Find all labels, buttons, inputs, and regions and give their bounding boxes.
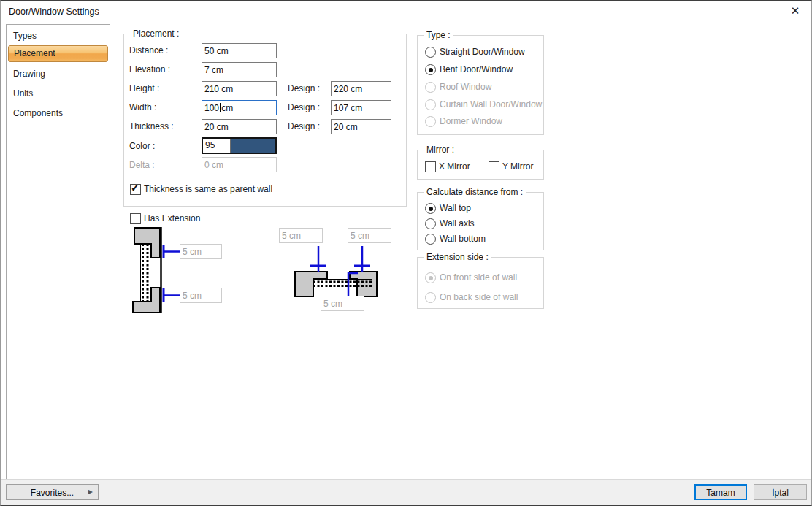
radio-straight-door-window[interactable] [425, 47, 436, 58]
radio-wall-bottom-label: Wall bottom [440, 231, 486, 246]
width-design-input[interactable] [331, 100, 391, 115]
calc-distance-group-label: Calculate distance from : [424, 187, 526, 197]
height-design-input[interactable] [331, 81, 391, 96]
thickness-design-input[interactable] [331, 119, 391, 134]
height-label: Height : [129, 81, 159, 96]
radio-straight-door-window-label: Straight Door/Window [440, 45, 525, 59]
radio-dormer-window-label: Dormer Window [440, 114, 502, 129]
radio-front-side-of-wall-label: On front side of wall [440, 270, 517, 285]
same-thickness-checkbox[interactable]: ✓ [130, 184, 141, 195]
distance-label: Distance : [129, 43, 168, 58]
height-design-label: Design : [288, 81, 320, 96]
radio-roof-window [425, 82, 436, 93]
thickness-label: Thickness : [129, 119, 174, 134]
plan-right-offset-input [348, 228, 391, 243]
delta-label: Delta : [129, 158, 155, 172]
y-mirror-checkbox[interactable] [489, 161, 499, 172]
placement-group-label: Placement : [130, 28, 182, 39]
dialog-title: Door/Window Settings [9, 7, 99, 17]
plan-bottom-offset-input [321, 296, 364, 311]
sidebar-item-units[interactable]: Units [8, 85, 108, 102]
radio-wall-top[interactable] [425, 203, 436, 214]
width-label: Width : [129, 100, 156, 115]
color-picker[interactable]: 95 [202, 137, 277, 154]
sidebar-item-components[interactable]: Components [8, 104, 108, 122]
cancel-button[interactable]: İptal [754, 484, 807, 500]
x-mirror-checkbox[interactable] [425, 161, 436, 172]
radio-back-side-of-wall [425, 292, 436, 303]
color-number: 95 [203, 139, 231, 153]
radio-curtain-wall-door-window [425, 99, 436, 110]
extension-side-group-label: Extension side : [424, 252, 491, 262]
radio-wall-top-label: Wall top [440, 201, 471, 215]
favorites-button[interactable]: Favorites... ▶ [6, 484, 99, 500]
footer-bar: Favorites... ▶ Tamam İptal [1, 479, 811, 505]
section-top-offset-input [180, 244, 222, 259]
height-input[interactable] [202, 81, 277, 96]
radio-dormer-window [425, 116, 436, 127]
radio-curtain-wall-door-window-label: Curtain Wall Door/Window [440, 97, 542, 112]
sidebar-item-placement[interactable]: Placement [8, 45, 108, 62]
radio-front-side-of-wall [425, 272, 436, 283]
radio-bent-door-window[interactable] [425, 64, 436, 75]
section-bottom-offset-input [180, 288, 222, 303]
arrow-right-icon: ▶ [88, 485, 93, 499]
y-mirror-label: Y Mirror [502, 159, 533, 174]
title-bar: Door/Window Settings ✕ [1, 1, 811, 23]
sidebar-item-drawing[interactable]: Drawing [8, 65, 108, 83]
same-thickness-label: Thickness is same as parent wall [144, 182, 272, 196]
radio-wall-axis-label: Wall axis [440, 216, 475, 231]
text-caret [220, 103, 221, 112]
x-mirror-label: X Mirror [439, 159, 470, 174]
radio-bent-door-window-label: Bent Door/Window [440, 62, 513, 77]
elevation-label: Elevation : [129, 62, 170, 77]
ok-button[interactable]: Tamam [694, 484, 747, 500]
elevation-input[interactable] [202, 62, 277, 77]
plan-left-offset-input [279, 228, 323, 243]
radio-back-side-of-wall-label: On back side of wall [440, 290, 518, 304]
has-extension-label: Has Extension [144, 211, 200, 226]
thickness-design-label: Design : [288, 119, 320, 134]
door-window-settings-dialog: Door/Window Settings ✕ Types Placement D… [0, 0, 812, 506]
sidebar: Types Placement Drawing Units Components [6, 24, 110, 480]
width-input[interactable] [202, 100, 277, 115]
thickness-input[interactable] [202, 119, 277, 134]
radio-roof-window-label: Roof Window [440, 80, 491, 94]
has-extension-checkbox[interactable] [130, 213, 141, 224]
delta-input [202, 157, 277, 172]
distance-input[interactable] [202, 43, 277, 58]
width-design-label: Design : [288, 100, 320, 115]
radio-wall-axis[interactable] [425, 218, 436, 229]
close-icon[interactable]: ✕ [789, 4, 802, 18]
type-group-label: Type : [424, 30, 453, 40]
check-icon: ✓ [131, 182, 139, 193]
color-label: Color : [129, 139, 155, 153]
sidebar-item-types[interactable]: Types [8, 27, 108, 45]
mirror-group-label: Mirror : [424, 145, 457, 155]
favorites-button-label: Favorites... [31, 488, 74, 498]
radio-wall-bottom[interactable] [425, 234, 436, 245]
color-swatch [231, 139, 275, 153]
